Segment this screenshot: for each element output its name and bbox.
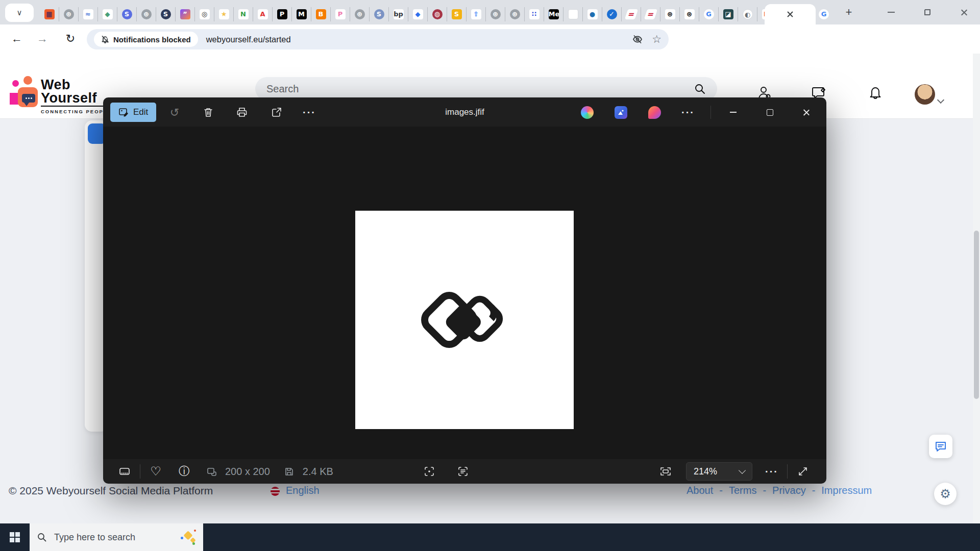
address-bar[interactable]: Notifications blocked webyourself.eu/sta… [87, 29, 669, 49]
window-minimize-button[interactable] [885, 6, 898, 19]
designer-button[interactable] [643, 103, 666, 122]
chip-label: Notifications blocked [113, 35, 191, 44]
close-tab-icon[interactable] [787, 11, 794, 18]
back-icon: ← [11, 32, 22, 45]
page-scrollbar[interactable] [973, 54, 980, 523]
forward-button[interactable]: → [34, 30, 51, 47]
browser-tab[interactable]: P [331, 7, 350, 21]
notifications-blocked-chip[interactable]: Notifications blocked [94, 32, 198, 47]
bell-slash-icon [101, 35, 109, 43]
tab-favicon: ◐ [743, 9, 753, 19]
browser-tab[interactable]: B [311, 7, 331, 21]
back-button[interactable]: ← [8, 30, 26, 47]
browser-tab[interactable]: S [117, 7, 137, 21]
browser-tab[interactable]: ◪ [719, 7, 738, 21]
browser-tab[interactable]: P [273, 7, 292, 21]
photos-maximize-button[interactable] [758, 103, 781, 122]
browser-tab[interactable]: ◍ [428, 7, 447, 21]
tab-favicon: S [122, 9, 132, 19]
browser-tab[interactable]: G [699, 7, 719, 21]
window-close-button[interactable] [958, 6, 971, 19]
language-selector[interactable]: English [286, 485, 320, 496]
share-button[interactable] [265, 103, 288, 122]
delete-button[interactable] [197, 103, 219, 122]
copilot-button[interactable] [576, 103, 598, 122]
tab-favicon: ⇧ [471, 9, 481, 19]
footer-link[interactable]: About [687, 485, 729, 496]
tab-favicon: B [316, 9, 326, 19]
account-menu[interactable] [915, 84, 935, 105]
browser-tab[interactable]: ⊛ [680, 7, 699, 21]
print-button[interactable] [231, 103, 253, 122]
reload-button[interactable]: ↻ [62, 30, 79, 47]
tab-favicon: ≈ [83, 9, 93, 19]
chat-float-button[interactable] [929, 435, 952, 458]
filmstrip-toggle-button[interactable] [114, 461, 135, 482]
browser-tab[interactable]: ⊕ [486, 7, 505, 21]
start-button[interactable] [0, 532, 30, 542]
browser-tab[interactable]: = [622, 7, 641, 21]
browser-tab[interactable]: ◆ [98, 7, 117, 21]
new-tab-button[interactable]: + [841, 5, 856, 20]
tab-search-button[interactable]: ∨ [5, 4, 34, 22]
photos-close-button[interactable] [795, 103, 818, 122]
browser-tab[interactable]: ▦ [40, 7, 59, 21]
browser-tab[interactable]: S [447, 7, 467, 21]
browser-tab[interactable]: ◎ [195, 7, 214, 21]
tab-favicon: ◆ [413, 9, 423, 19]
settings-float-button[interactable]: ⚙ [934, 483, 957, 505]
browser-tab[interactable]: N [234, 7, 253, 21]
browser-tab[interactable]: = [641, 7, 660, 21]
title-more-button[interactable]: ··· [677, 103, 699, 122]
photo-image[interactable] [355, 211, 574, 429]
browser-tab[interactable]: ◆ [408, 7, 428, 21]
browser-tab[interactable]: ★ [214, 7, 234, 21]
browser-tab[interactable]: ● [583, 7, 602, 21]
file-size: 2.4 KB [303, 466, 333, 478]
browser-tab[interactable]: ⊕ [137, 7, 156, 21]
browser-tab[interactable]: ” [176, 7, 195, 21]
footer-link[interactable]: Privacy [772, 485, 821, 496]
browser-tab[interactable]: ≈ [79, 7, 98, 21]
text-extract-button[interactable] [453, 461, 473, 482]
browser-tab[interactable]: ⊕ [59, 7, 79, 21]
browser-tab[interactable] [564, 7, 583, 21]
fit-to-window-button[interactable] [655, 461, 676, 482]
notifications-button[interactable] [866, 83, 885, 102]
window-restore-button[interactable] [921, 6, 934, 19]
browser-tab[interactable]: ∷ [525, 7, 544, 21]
favorite-button[interactable]: ♡ [145, 461, 166, 482]
fullscreen-button[interactable] [793, 461, 813, 482]
bottombar-more-button[interactable]: ··· [762, 461, 782, 482]
browser-tab[interactable]: ⇧ [467, 7, 486, 21]
tab-favicon: ⊕ [491, 9, 501, 19]
photos-minimize-button[interactable] [722, 103, 744, 122]
zoom-dropdown[interactable]: 214% [686, 462, 752, 481]
browser-tab[interactable]: bp [389, 7, 408, 21]
active-tab[interactable] [765, 4, 816, 24]
browser-tab[interactable]: M [292, 7, 311, 21]
browser-tab[interactable]: ⊛ [660, 7, 680, 21]
browser-tab[interactable]: ✓ [602, 7, 622, 21]
eye-slash-icon[interactable] [632, 34, 643, 44]
browser-tab[interactable]: G [819, 7, 829, 21]
browser-tab[interactable]: A [253, 7, 273, 21]
taskbar-search-input[interactable]: Type here to search [30, 523, 203, 551]
visual-search-button[interactable] [419, 461, 439, 482]
tab-favicon: ⊕ [355, 9, 365, 19]
bookmark-star-icon[interactable]: ☆ [652, 33, 662, 45]
browser-tab[interactable]: S [156, 7, 176, 21]
footer-link[interactable]: Terms [729, 485, 772, 496]
edit-button[interactable]: Edit [110, 103, 156, 122]
scrollbar-thumb[interactable] [974, 231, 979, 399]
footer-link[interactable]: Impressum [821, 485, 872, 496]
browser-tab[interactable]: ⊕ [505, 7, 525, 21]
browser-tab[interactable]: ◐ [738, 7, 757, 21]
photos-gallery-button[interactable] [609, 103, 632, 122]
browser-tab[interactable]: Me [544, 7, 564, 21]
file-info-button[interactable]: ⓘ [174, 461, 194, 482]
browser-tab[interactable]: ⊕ [350, 7, 370, 21]
browser-tab[interactable]: S [370, 7, 389, 21]
more-tools-button[interactable]: ··· [298, 103, 321, 122]
rotate-button[interactable]: ↺ [163, 103, 186, 122]
